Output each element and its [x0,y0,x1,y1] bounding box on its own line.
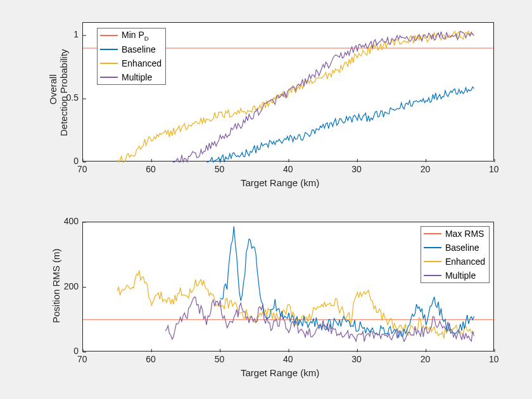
ytick-label: 0 [73,156,79,166]
legend-item-maxrms: Max RMS [421,227,489,241]
legend-swatch [424,275,441,276]
xlabel-top: Target Range (km) [241,177,319,188]
legend-label: Min PD [122,30,149,42]
series-baseline [206,87,474,162]
legend-label: Multiple [122,72,152,82]
legend-label: Baseline [445,243,479,253]
legend-item-enhanced: Enhanced [421,255,489,269]
xtick-label: 60 [146,354,156,364]
legend-swatch [100,35,118,36]
xtick-label: 50 [215,354,225,364]
ytick-label: 200 [64,281,79,291]
legend-swatch [424,261,441,262]
legend-top: Min PD Baseline Enhanced Multiple [97,28,166,85]
ylabel-top-line1: Overall [48,74,58,104]
figure: Min PD Baseline Enhanced Multiple Max RM… [0,0,532,399]
xtick-label: 70 [77,164,87,174]
legend-swatch [424,233,441,234]
legend-item-minpd: Min PD [98,28,165,42]
legend-label: Enhanced [122,58,162,68]
xtick-label: 70 [77,354,87,364]
xlabel-bottom: Target Range (km) [241,367,319,378]
legend-item-enhanced: Enhanced [98,56,165,70]
legend-swatch [100,49,118,50]
xtick-label: 20 [421,164,431,174]
ytick-label: 0 [73,346,79,356]
xtick-label: 60 [146,164,156,174]
xtick-label: 10 [489,164,499,174]
xtick-label: 50 [215,164,225,174]
xtick-label: 40 [283,164,293,174]
xtick-label: 20 [421,354,431,364]
series-enhanced [117,31,474,162]
ytick-label: 1 [73,29,79,39]
legend-label: Enhanced [445,256,485,267]
legend-item-multiple: Multiple [98,70,165,84]
ytick-label: 0.5 [66,92,79,103]
legend-label: Baseline [122,44,156,54]
xtick-label: 30 [352,354,362,364]
legend-swatch [100,77,118,78]
axes-bottom: Max RMS Baseline Enhanced Multiple [82,222,494,352]
ylabel-bottom: Position RMS (m) [51,248,61,323]
legend-swatch [424,247,441,248]
legend-item-baseline: Baseline [98,42,165,56]
legend-label: Max RMS [445,229,484,239]
xtick-label: 40 [283,354,293,364]
legend-item-multiple: Multiple [421,269,489,282]
xtick-label: 30 [352,164,362,174]
legend-swatch [100,63,118,64]
legend-bottom: Max RMS Baseline Enhanced Multiple [421,226,490,283]
ytick-label: 400 [64,216,79,226]
legend-label: Multiple [445,270,476,281]
legend-item-baseline: Baseline [421,241,489,255]
xtick-label: 10 [489,354,499,364]
axes-top: Min PD Baseline Enhanced Multiple [82,22,494,162]
